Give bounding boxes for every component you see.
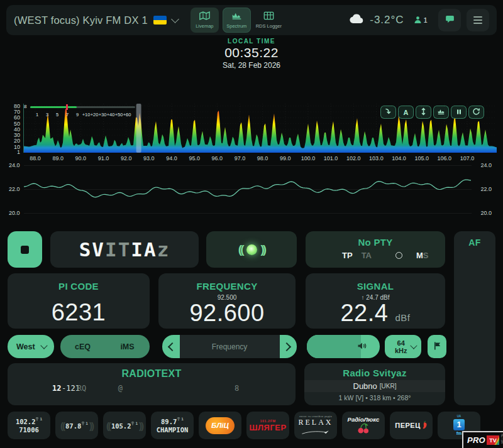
auto-a-button[interactable]: A xyxy=(398,106,414,119)
shlyager-logo: ШЛЯГЕР xyxy=(249,423,286,432)
region-select[interactable]: West xyxy=(8,335,54,358)
preset-button-89.7[interactable]: 89.71CHAMPION xyxy=(151,412,194,439)
preset-button-relax[interactable]: легке та спокійне радіоRELAX xyxy=(294,412,337,439)
ps-char: I xyxy=(105,238,118,261)
ps-char: z xyxy=(157,238,170,261)
spectrum-x-tick: 92.0 xyxy=(121,155,132,161)
ceq-button[interactable]: cEQ xyxy=(60,335,105,358)
preset-button-105.2[interactable]: ((105.21)) xyxy=(103,412,146,439)
frequency-panel: FREQUENCY 92.500 92.600 xyxy=(158,273,296,329)
slider-fill xyxy=(30,106,77,108)
ps-char: I xyxy=(131,238,144,261)
pepper-icon xyxy=(421,421,428,430)
preset-button-perets[interactable]: ПЕРЕЦ xyxy=(390,412,433,439)
pi-code-label: PI CODE xyxy=(8,281,150,292)
listener-counter: 1 xyxy=(414,16,428,25)
ps-name: SVITIAz xyxy=(79,238,170,261)
station-details: 1 kW [V] • 318 km • 268° xyxy=(304,394,445,402)
preset-button-lux[interactable]: РадіоЛюкс xyxy=(342,412,385,439)
spectrum-x-tick: 106.0 xyxy=(438,155,452,161)
chevron-down-icon xyxy=(40,342,47,349)
spectrum-offset-slider[interactable]: 8 13579+10+20+30+40+50+60 xyxy=(30,105,135,119)
slider-value: 8 xyxy=(24,104,26,109)
chat-button[interactable] xyxy=(438,9,461,31)
spectrum-x-tick: 107.0 xyxy=(460,155,475,161)
preset-pi-or-name: CHAMPION xyxy=(157,425,189,434)
chart-icon xyxy=(231,11,242,22)
nav-rds-logger-button[interactable]: RDS Logger xyxy=(255,8,283,33)
bandwidth-select[interactable]: 64 kHz xyxy=(385,335,421,358)
signal-line-plot xyxy=(24,166,472,214)
volume-slider[interactable] xyxy=(307,335,380,358)
af-label: AF xyxy=(454,238,495,248)
local-time-block: LOCAL TIME 00:35:22 Sat, 28 Feb 2026 xyxy=(0,38,503,70)
tune-down-button[interactable] xyxy=(162,335,180,358)
rds-flags: TP TA M S xyxy=(306,251,445,260)
signal-unit: dBf xyxy=(395,312,411,323)
refresh-button[interactable] xyxy=(468,106,484,119)
nav-spectrum-button[interactable]: Spectrum xyxy=(223,8,251,33)
spectrum-y-tick: 1 xyxy=(0,149,20,155)
header-right: -3.2°C 1 xyxy=(349,9,489,31)
ms-circle-icon xyxy=(395,252,402,259)
preset-pi-or-name: 71006 xyxy=(19,425,39,434)
local-date: Sat, 28 Feb 2026 xyxy=(0,61,503,70)
sig-max-label-right: 24.0 xyxy=(480,162,492,168)
arrow-down-curve-button[interactable] xyxy=(380,106,396,119)
pause-button[interactable] xyxy=(451,106,467,119)
radiotext-segment: 8 xyxy=(235,384,239,393)
spectrum-x-tick: 88.0 xyxy=(30,155,41,161)
signal-value: 22.4 xyxy=(340,300,388,326)
spectrum-x-tick: 89.0 xyxy=(52,155,64,161)
header-nav: LivemapSpectrumRDS Logger xyxy=(191,8,283,33)
ims-button[interactable]: iMS xyxy=(105,335,150,358)
spectrum-x-tick: 97.0 xyxy=(235,155,246,161)
spectrum-x-tick: 102.0 xyxy=(346,155,361,161)
fmdx-webserver-app: (WEST focus) Kyiv FM DX 1 LivemapSpectru… xyxy=(0,0,503,448)
chevron-right-icon xyxy=(282,342,291,351)
table-icon xyxy=(263,11,274,22)
chat-icon xyxy=(445,14,455,26)
arrows-vertical-button[interactable] xyxy=(416,106,431,119)
nav-livemap-button[interactable]: Livemap xyxy=(191,8,219,33)
spectrum-x-tick: 90.0 xyxy=(75,155,87,161)
blitz-fm-logo: БЛіЦ xyxy=(206,417,235,434)
spectrum-x-tick: 100.0 xyxy=(301,155,316,161)
spectrum-x-tick: 105.0 xyxy=(414,155,429,161)
lux-fm-logo: РадіоЛюкс xyxy=(348,416,380,423)
frequency-input[interactable] xyxy=(180,335,280,358)
tune-up-button[interactable] xyxy=(280,335,297,358)
preset-button-blitz[interactable]: БЛіЦ xyxy=(199,412,241,439)
volume-fill xyxy=(307,335,361,358)
sig-min-label-right: 20.0 xyxy=(480,210,492,216)
preset-button-87.8[interactable]: ((87.81)) xyxy=(55,412,98,439)
station-city: Dubno xyxy=(353,381,377,391)
slider-knob[interactable] xyxy=(66,104,68,110)
relax-logo: RELAX xyxy=(299,418,333,427)
menu-button[interactable] xyxy=(467,9,489,31)
station-info-panel: Radio Svityaz Dubno [UKR] 1 kW [V] • 318… xyxy=(304,363,445,405)
flag-button[interactable] xyxy=(428,335,446,358)
preset-button-shlyager[interactable]: 101.2FMШЛЯГЕР xyxy=(246,412,289,439)
af-list-panel: AF xyxy=(454,231,495,405)
preset-button-102.2[interactable]: 102.2171006 xyxy=(8,412,50,439)
slider-tick: 5 xyxy=(56,112,58,117)
signal-history-graph: 24.0 24.0 22.0 22.0 20.0 20.0 xyxy=(0,162,503,225)
pause-icon xyxy=(455,108,463,117)
stereo-arcs-icon: )) xyxy=(89,420,93,431)
nav-label: Livemap xyxy=(196,23,213,29)
watermark-site: NET.UA xyxy=(500,434,503,444)
server-selector[interactable]: (WEST focus) Kyiv FM DX 1 xyxy=(14,14,178,26)
stereo-dot-icon xyxy=(246,244,257,255)
radiotext-segment: @ xyxy=(118,384,123,393)
cherries-icon xyxy=(356,423,371,435)
pty-value: No PTY xyxy=(306,237,445,248)
spectrum-graph-button[interactable] xyxy=(433,106,449,119)
user-icon xyxy=(414,16,422,25)
station-city-row: Dubno [UKR] xyxy=(304,380,445,392)
sig-max-label-left: 24.0 xyxy=(9,162,20,168)
auto-a-icon: A xyxy=(404,109,409,116)
ukraine-flag-icon xyxy=(153,16,167,25)
audio-stop-button[interactable] xyxy=(8,231,42,268)
sig-mid-label-left: 22.0 xyxy=(9,186,20,192)
